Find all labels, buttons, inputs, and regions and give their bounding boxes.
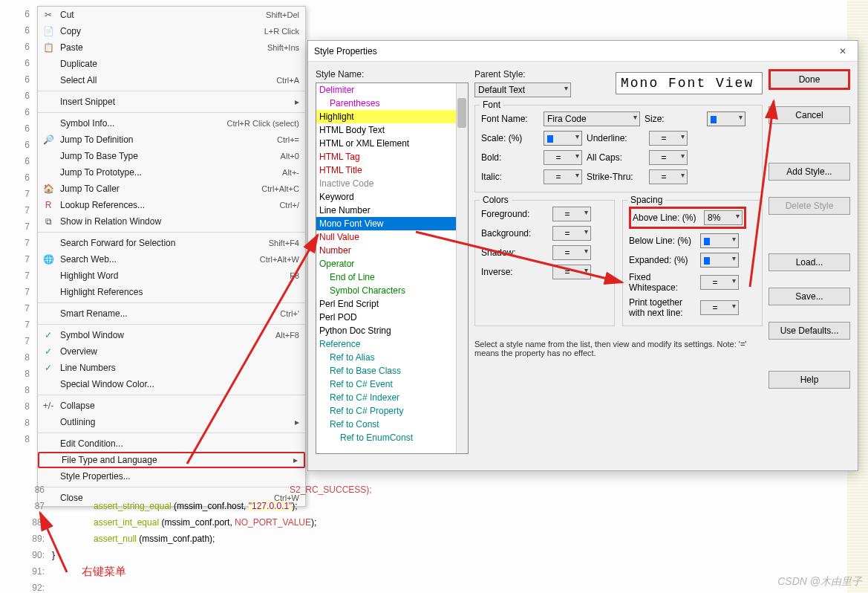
foreground-combo[interactable]: = — [552, 207, 591, 221]
menu-item[interactable]: Search Forward for SelectionShift+F4 — [38, 235, 305, 251]
allcaps-combo[interactable]: = — [649, 150, 688, 165]
code-token: assert_null — [94, 534, 137, 544]
context-menu: ✂CutShift+Del📄CopyL+R Click📋PasteShift+I… — [37, 6, 306, 507]
use-defaults-button[interactable]: Use Defaults... — [769, 322, 850, 340]
save-button[interactable]: Save... — [769, 288, 850, 305]
italic-combo[interactable]: = — [544, 169, 582, 184]
style-list-item[interactable]: HTML or XML Element — [316, 137, 468, 150]
menu-item[interactable]: ✓Symbol WindowAlt+F8 — [38, 327, 305, 343]
below-line-combo[interactable] — [700, 233, 739, 248]
menu-item[interactable]: ✓Overview — [38, 343, 305, 360]
style-list-item[interactable]: Ref to C# Indexer — [316, 391, 468, 404]
underline-combo[interactable]: = — [649, 131, 688, 146]
size-combo[interactable] — [707, 111, 745, 126]
code-token: ); — [292, 501, 297, 511]
dialog-title: Style Properties — [314, 46, 377, 56]
shadow-combo[interactable]: = — [552, 245, 591, 260]
expanded-label: Expanded: (%) — [629, 255, 696, 265]
expanded-combo[interactable] — [700, 253, 739, 268]
menu-item[interactable]: Highlight WordF8 — [38, 268, 305, 284]
menu-item[interactable]: ✓Line Numbers — [38, 360, 305, 376]
menu-item[interactable]: 🏠Jump To CallerCtrl+Alt+C — [38, 181, 305, 197]
above-line-combo[interactable]: 8% — [704, 210, 743, 225]
foreground-label: Foreground: — [481, 209, 548, 219]
scale-combo[interactable] — [544, 131, 582, 146]
fixedws-combo[interactable]: = — [700, 275, 739, 290]
load-button[interactable]: Load... — [769, 253, 850, 271]
strike-combo[interactable]: = — [649, 169, 688, 184]
delete-style-button[interactable]: Delete Style — [769, 197, 850, 215]
menu-item[interactable]: File Type and Language▸ — [38, 452, 305, 468]
style-list-item[interactable]: Ref to C# Event — [316, 377, 468, 391]
style-list-item[interactable]: Mono Font View — [316, 217, 468, 230]
code-token: } — [52, 550, 55, 560]
code-area[interactable]: S2_RC_SUCCESS); assert_string_equal (mss… — [52, 482, 372, 563]
printtog-combo[interactable]: = — [700, 300, 739, 315]
style-list-item[interactable]: Highlight — [316, 110, 468, 123]
menu-item[interactable]: ✂CutShift+Del — [38, 7, 305, 23]
style-list-item[interactable]: HTML Tag — [316, 150, 468, 163]
style-list-item[interactable]: Parentheses — [316, 97, 468, 110]
size-label: Size: — [645, 114, 702, 124]
menu-item[interactable]: Edit Condition... — [38, 435, 305, 452]
menu-item[interactable]: Highlight References — [38, 284, 305, 300]
style-list-item[interactable]: Null Value — [316, 230, 468, 244]
code-token: "127.0.0.1" — [249, 501, 293, 511]
style-list-item[interactable]: Ref to Base Class — [316, 364, 468, 377]
menu-item[interactable]: Select AllCtrl+A — [38, 72, 305, 88]
style-list-item[interactable]: Perl POD — [316, 311, 468, 324]
style-list-item[interactable]: Keyword — [316, 190, 468, 204]
style-list-item[interactable]: Ref to Alias — [316, 351, 468, 364]
menu-item[interactable]: Duplicate — [38, 56, 305, 72]
style-list-item[interactable]: Delimiter — [316, 83, 468, 97]
menu-item[interactable]: 📋PasteShift+Ins — [38, 39, 305, 56]
menu-item[interactable]: RLookup References...Ctrl+/ — [38, 197, 305, 213]
done-button[interactable]: Done — [769, 69, 850, 90]
parent-style-combo[interactable]: Default Text — [474, 82, 571, 97]
style-list-item[interactable]: Perl End Script — [316, 297, 468, 311]
menu-item[interactable]: Outlining▸ — [38, 414, 305, 430]
printtog-label: Print together with next line: — [629, 297, 696, 318]
spacing-group-title: Spacing — [627, 195, 665, 205]
bold-combo[interactable]: = — [544, 150, 582, 165]
style-name-list[interactable]: DelimiterParenthesesHighlightHTML Body T… — [316, 82, 469, 454]
inverse-combo[interactable]: = — [552, 265, 591, 279]
style-list-item[interactable]: Ref to C# Property — [316, 404, 468, 418]
help-button[interactable]: Help — [769, 371, 850, 389]
style-list-item[interactable]: HTML Body Text — [316, 123, 468, 137]
menu-item[interactable]: ⧉Show in Relation Window — [38, 213, 305, 230]
background-combo[interactable]: = — [552, 226, 591, 241]
style-list-item[interactable]: Line Number — [316, 204, 468, 217]
menu-item[interactable]: Jump To Prototype...Alt+- — [38, 164, 305, 181]
style-list-item[interactable]: Operator — [316, 257, 468, 270]
italic-label: Italic: — [481, 172, 539, 182]
style-list-item[interactable]: Python Doc String — [316, 324, 468, 337]
style-list-item[interactable]: Ref to EnumConst — [316, 431, 468, 444]
close-icon[interactable]: ✕ — [834, 46, 852, 56]
style-list-item[interactable]: Reference — [316, 337, 468, 351]
shadow-label: Shadow: — [481, 247, 548, 258]
style-list-item[interactable]: End of Line — [316, 270, 468, 284]
inverse-label: Inverse: — [481, 267, 548, 277]
menu-item[interactable]: 🔎Jump To DefinitionCtrl+= — [38, 132, 305, 148]
font-name-combo[interactable]: Fira Code — [544, 111, 640, 126]
cancel-button[interactable]: Cancel — [769, 106, 850, 124]
style-list-item[interactable]: Number — [316, 244, 468, 257]
style-list-item[interactable]: HTML Title — [316, 163, 468, 177]
menu-item[interactable]: Special Window Color... — [38, 376, 305, 392]
style-list-item[interactable]: Inactive Code — [316, 177, 468, 190]
menu-item[interactable]: Smart Rename...Ctrl+' — [38, 305, 305, 322]
menu-item[interactable]: Insert Snippet▸ — [38, 94, 305, 110]
add-style-button[interactable]: Add Style... — [769, 163, 850, 181]
style-properties-dialog: Style Properties ✕ Style Name: Delimiter… — [307, 40, 858, 471]
scrollbar[interactable] — [456, 83, 468, 453]
menu-item[interactable]: 🌐Search Web...Ctrl+Alt+W — [38, 251, 305, 268]
style-list-item[interactable]: Symbol Characters — [316, 284, 468, 297]
menu-item[interactable]: 📄CopyL+R Click — [38, 23, 305, 39]
menu-item[interactable]: Symbol Info...Ctrl+R Click (select) — [38, 115, 305, 132]
underline-label: Underline: — [587, 133, 645, 143]
menu-item[interactable]: +/-Collapse — [38, 398, 305, 414]
menu-item[interactable]: Jump To Base TypeAlt+0 — [38, 148, 305, 164]
code-token: assert_string_equal — [94, 501, 172, 511]
style-list-item[interactable]: Ref to Const — [316, 418, 468, 431]
